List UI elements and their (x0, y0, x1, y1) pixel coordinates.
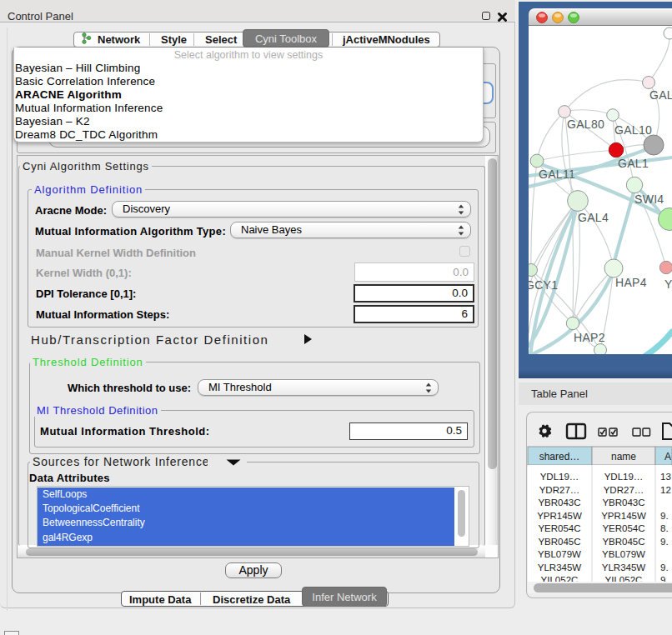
svg-text:GAL11: GAL11 (539, 168, 575, 181)
svg-text:9.: 9. (660, 537, 669, 547)
svg-text:YBL079W: YBL079W (602, 549, 645, 559)
svg-text:9.: 9. (660, 562, 669, 572)
svg-text:YBR043C: YBR043C (538, 498, 580, 508)
svg-text:9.: 9. (660, 511, 669, 521)
svg-text:YBR043C: YBR043C (602, 498, 644, 508)
svg-text:GCY1: GCY1 (529, 278, 558, 292)
svg-text:13: 13 (660, 472, 671, 482)
svg-text:SWI4: SWI4 (634, 192, 664, 206)
svg-text:YER054C: YER054C (538, 523, 580, 533)
svg-text:name: name (611, 451, 636, 462)
svg-text:YER054C: YER054C (602, 523, 644, 533)
svg-text:8.: 8. (660, 523, 669, 533)
svg-text:YDL19…: YDL19… (604, 472, 644, 482)
svg-text:GAL7: GAL7 (649, 88, 672, 102)
svg-text:shared…: shared… (539, 451, 580, 462)
svg-text:YDR27…: YDR27… (604, 485, 644, 495)
svg-text:YDL19…: YDL19… (540, 472, 579, 482)
svg-text:YDR27…: YDR27… (539, 485, 580, 495)
svg-text:GAL80: GAL80 (567, 118, 604, 131)
svg-text:YPR145W: YPR145W (537, 511, 582, 521)
svg-text:A: A (664, 451, 671, 462)
svg-text:YLR345W: YLR345W (538, 562, 582, 572)
svg-text:YBL079W: YBL079W (538, 549, 581, 559)
svg-text:HAP2: HAP2 (574, 331, 605, 344)
svg-text:GAL4: GAL4 (578, 211, 609, 224)
svg-text:YLR345W: YLR345W (602, 562, 646, 572)
svg-text:YBR045C: YBR045C (538, 537, 580, 547)
svg-text:12: 12 (660, 485, 671, 495)
svg-text:YB: YB (664, 278, 672, 291)
svg-text:HAP4: HAP4 (615, 276, 647, 289)
svg-text:YBR045C: YBR045C (602, 537, 644, 547)
svg-text:GAL1: GAL1 (618, 157, 649, 170)
svg-text:YPR145W: YPR145W (601, 511, 646, 521)
svg-text:GAL10: GAL10 (614, 123, 652, 137)
